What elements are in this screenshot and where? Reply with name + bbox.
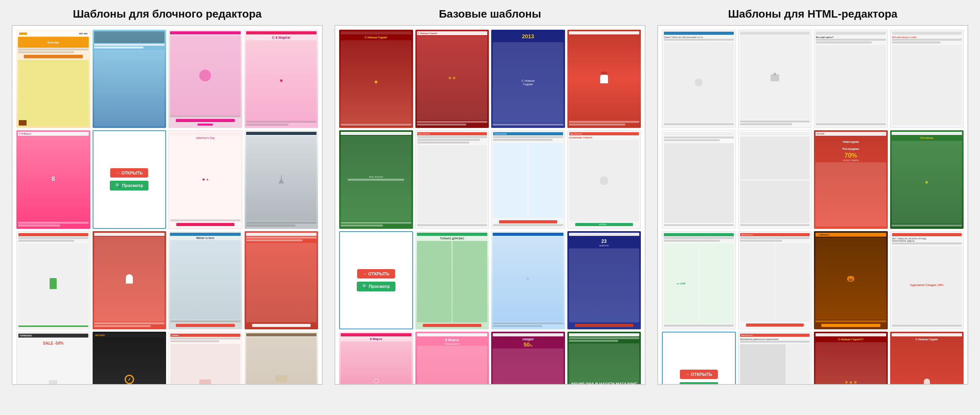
- template-logo-simple[interactable]: Ваш Логотип → ОТКРЫТЬ 🔍 Просмотр: [415, 130, 489, 228]
- template-march2[interactable]: С 8 Марта! 8 → ОТКРЫТЬ 🔍 Просмотр: [16, 130, 90, 228]
- section2-row1: С Новым Годом! ★ → ОТКРЫТЬ 🔍 Просмотр С …: [339, 30, 641, 128]
- template-open-active[interactable]: → ОТКРЫТЬ 🔍 Просмотр: [93, 130, 166, 228]
- template-price-html[interactable]: от 100₽ → ОТКРЫТЬ 🔍 Просмотр: [662, 231, 736, 329]
- template-santa-red[interactable]: → ОТКРЫТЬ 🔍 Просмотр: [567, 30, 641, 128]
- section3-row1: Привет! Сейчас мы тебе расскажем что-то.…: [662, 30, 964, 128]
- template-xmas-html[interactable]: Christmas ★ → ОТКРЫТЬ 🔍 Просмотр: [890, 130, 964, 228]
- template-offer[interactable]: Предложение → ОТКРЫТЬ 🔍 Просмотр: [491, 130, 565, 228]
- template-interior[interactable]: → ОТКРЫТЬ 🔍 Просмотр: [245, 332, 318, 385]
- section1-row3: → ОТКРЫТЬ 🔍 Просмотр → ОТКРЫТЬ 🔍 Просмот…: [16, 231, 318, 329]
- template-sunmar[interactable]: Sunmar → ОТКРЫТЬ 🔍 Просмотр: [16, 30, 90, 128]
- section2-box: С Новым Годом! ★ → ОТКРЫТЬ 🔍 Просмотр С …: [334, 25, 646, 385]
- section3-row4: → ОТКРЫТЬ 🔍 Просмотр Ваш Логотип Приглаш…: [662, 332, 964, 385]
- block-editor-section: Шаблоны для блочного редактора Sunmar: [12, 8, 323, 385]
- section1-row2: С 8 Марта! 8 → ОТКРЫТЬ 🔍 Просмотр → ОТКР…: [16, 130, 318, 228]
- section2-title: Базовые шаблоны: [439, 8, 541, 20]
- template-discount50[interactable]: АКЦИЯ ОНА В НАШЕМ МАГАЗИНЕ → ОТКРЫТЬ 🔍 П…: [567, 332, 641, 385]
- template-gift[interactable]: → ОТКРЫТЬ 🔍 Просмотр: [738, 30, 812, 128]
- template-winter[interactable]: Winter is here → ОТКРЫТЬ 🔍 Просмотр: [168, 231, 242, 329]
- template-8march[interactable]: С 8 Марта! ♥ → ОТКРЫТЬ 🔍 Просмотр: [245, 30, 318, 128]
- template-red-promo[interactable]: → ОТКРЫТЬ 🔍 Просмотр: [245, 231, 318, 329]
- template-feb23[interactable]: 23ФЕВРАЛЯ → ОТКРЫТЬ 🔍 Просмотр: [567, 231, 641, 329]
- template-sale2[interactable]: СКИДКИ 50% → ОТКРЫТЬ 🔍 Просмотр: [491, 332, 565, 385]
- section3-box: Привет! Сейчас мы тебе расскажем что-то.…: [657, 25, 968, 385]
- template-white1[interactable]: → ОТКРЫТЬ 🔍 Просмотр: [662, 130, 736, 228]
- open-button-3[interactable]: → ОТКРЫТЬ: [680, 370, 718, 379]
- template-logo-html2[interactable]: Ваш Логотип Приглашение удивительных пре…: [738, 332, 812, 385]
- preview-button-2[interactable]: 🔍 Просмотр: [357, 282, 395, 291]
- html-editor-section: Шаблоны для HTML-редактора Привет! Сейча…: [657, 8, 968, 385]
- template-flowers[interactable]: → ОТКРЫТЬ 🔍 Просмотр: [168, 30, 242, 128]
- template-watches[interactable]: WATCHES → ОТКРЫТЬ 🔍 Просмотр: [93, 332, 166, 385]
- preview-button-3[interactable]: 🔍 Просмотр: [680, 382, 718, 385]
- template-subscriptions[interactable]: ТОЛЬКО ДЛЯ ВАС → ОТКРЫТЬ 🔍 Просмотр: [415, 231, 489, 329]
- template-march3[interactable]: 8 Марта 🌸 → ОТКРЫТЬ 🔍 Просмотр: [339, 332, 413, 385]
- template-reminder[interactable]: Вы ещё здесь? → ОТКРЫТЬ 🔍 Просмотр: [814, 30, 888, 128]
- section1-row4: TOPBRANDS SALE -50% Топы → ОТКРЫТЬ 🔍 Про…: [16, 332, 318, 385]
- template-stylex[interactable]: STYLEX✦ ✦ НовогодняяРаспродажа 70% НА ВС…: [814, 130, 888, 228]
- template-sale15[interactable]: НЕТ СМЫСЛА ИСКАТЬ ЛУЧШЕ,ПОКУПАЙТЕ ЗДЕСЬ …: [890, 231, 964, 329]
- template-topbrands[interactable]: TOPBRANDS SALE -50% Топы → ОТКРЫТЬ 🔍 Про…: [16, 332, 90, 385]
- template-paris[interactable]: → ОТКРЫТЬ 🔍 Просмотр: [245, 130, 318, 228]
- template-open-active2[interactable]: → ОТКРЫТЬ 🔍 Просмотр: [339, 231, 413, 329]
- template-product[interactable]: Ваш Логотип НАЗВАНИЕ ТОВАРА КУПИТЬ → → О…: [567, 130, 641, 228]
- template-ny-blue[interactable]: С Новым Годом! ❄ ❄ → ОТКРЫТЬ 🔍 Просмотр: [415, 30, 489, 128]
- section2-row4: 8 Марта 🌸 → ОТКРЫТЬ 🔍 Просмотр 8 Марта: [339, 332, 641, 385]
- template-hello[interactable]: Привет! Сейчас мы тебе расскажем что-то.…: [662, 30, 736, 128]
- template-ny-html[interactable]: С Новым Годом!!!! ❄ ★ ❄ → ОТКРЫТЬ 🔍 Прос…: [814, 332, 888, 385]
- open-button-2[interactable]: → ОТКРЫТЬ: [357, 269, 395, 278]
- preview-button-active[interactable]: 🔍 Просмотр: [110, 181, 148, 190]
- template-coupon[interactable]: 100 рублей для тебя! → ОТКРЫТЬ 🔍 Просмот…: [890, 30, 964, 128]
- section1-box: Sunmar → ОТКРЫТЬ 🔍 Просмотр: [12, 25, 323, 385]
- section1-title: Шаблоны для блочного редактора: [73, 8, 261, 20]
- template-march4[interactable]: 8 Марта Предложение → ОТКРЫТЬ 🔍 Просмотр: [415, 332, 489, 385]
- template-halloween[interactable]: 🎃 Halloween 🎃 → ОТКРЫТЬ 🔍 Просмотр: [814, 231, 888, 329]
- section3-row2: → ОТКРЫТЬ 🔍 Просмотр → ОТКРЫТЬ 🔍 Просмот…: [662, 130, 964, 228]
- template-ny-red[interactable]: С Новым Годом! ★ → ОТКРЫТЬ 🔍 Просмотр: [339, 30, 413, 128]
- template-ny-2013-html[interactable]: С Новым Годом! → ОТКРЫТЬ 🔍 Просмотр: [890, 332, 964, 385]
- section1-row1: Sunmar → ОТКРЫТЬ 🔍 Просмотр: [16, 30, 318, 128]
- template-logo-html[interactable]: Ваш Логотип → ОТКРЫТЬ 🔍 Просмотр: [738, 231, 812, 329]
- open-button-active[interactable]: → ОТКРЫТЬ: [110, 168, 148, 178]
- template-white2[interactable]: → ОТКРЫТЬ 🔍 Просмотр: [738, 130, 812, 228]
- template-top[interactable]: → ОТКРЫТЬ 🔍 Просмотр: [16, 231, 90, 329]
- section3-title: Шаблоны для HTML-редактора: [728, 8, 897, 20]
- base-templates-section: Базовые шаблоны С Новым Годом! ★ → ОТКРЫ…: [334, 8, 646, 385]
- template-lamour[interactable]: Lamour → ОТКРЫТЬ 🔍 Просмотр: [168, 332, 242, 385]
- section2-row2: Ваш Логотип → ОТКРЫТЬ 🔍 Просмотр Ваш Лог…: [339, 130, 641, 228]
- template-ny-green[interactable]: Ваш Логотип → ОТКРЫТЬ 🔍 Просмотр: [339, 130, 413, 228]
- template-open-active3[interactable]: → ОТКРЫТЬ 🔍 Просмотр: [662, 332, 736, 385]
- template-travel-photo[interactable]: → ОТКРЫТЬ 🔍 Просмотр: [93, 30, 166, 128]
- template-winter2[interactable]: ❄ → ОТКРЫТЬ 🔍 Просмотр: [491, 231, 565, 329]
- template-valentine[interactable]: Valentine's Day ♥ ♥ → ОТКРЫТЬ 🔍 Просмотр: [168, 130, 242, 228]
- template-2013[interactable]: 2013 С НовымГодом! → ОТКРЫТЬ 🔍 Просмотр: [491, 30, 565, 128]
- section3-row3: от 100₽ → ОТКРЫТЬ 🔍 Просмотр Ваш Логотип: [662, 231, 964, 329]
- template-santa[interactable]: → ОТКРЫТЬ 🔍 Просмотр: [93, 231, 166, 329]
- section2-row3: → ОТКРЫТЬ 🔍 Просмотр ТОЛЬКО ДЛЯ ВАС → ОТ…: [339, 231, 641, 329]
